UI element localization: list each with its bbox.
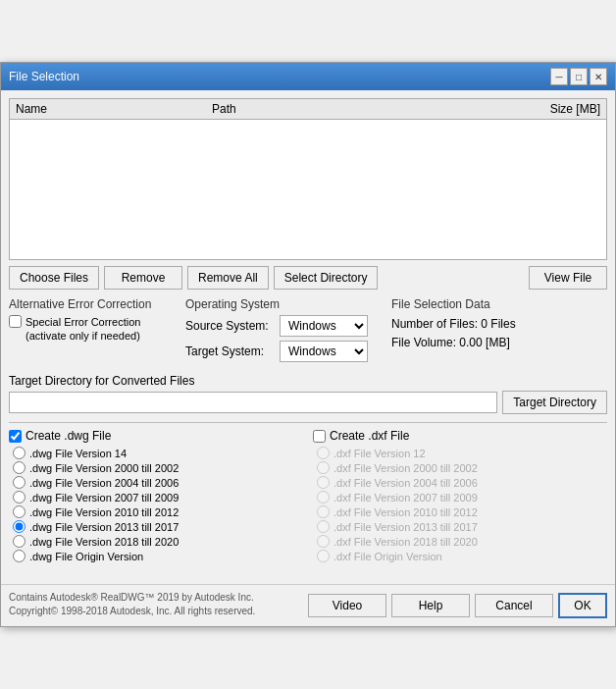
target-directory-button[interactable]: Target Directory bbox=[502, 391, 607, 414]
target-system-row: Target System: Windows Linux Mac bbox=[185, 341, 382, 362]
select-directory-button[interactable]: Select Directory bbox=[274, 266, 379, 290]
dwg-column: Create .dwg File .dwg File Version 14.dw… bbox=[9, 429, 303, 564]
dwg-header-row: Create .dwg File bbox=[9, 429, 303, 443]
dwg-option-row: .dwg File Version 14 bbox=[9, 447, 303, 459]
ok-button[interactable]: OK bbox=[558, 593, 607, 618]
col-size-header: Size [MB] bbox=[522, 102, 600, 116]
dxf-radio-2[interactable] bbox=[317, 476, 330, 489]
close-button[interactable]: ✕ bbox=[590, 68, 607, 85]
dxf-option-label-4: .dxf File Version 2010 till 2012 bbox=[334, 506, 478, 518]
dwg-radio-3[interactable] bbox=[13, 491, 26, 504]
choose-files-button[interactable]: Choose Files bbox=[9, 266, 99, 290]
footer: Contains Autodesk® RealDWG™ 2019 by Auto… bbox=[1, 584, 615, 626]
target-dir-input[interactable] bbox=[9, 392, 497, 413]
dxf-option-label-5: .dxf File Version 2013 till 2017 bbox=[334, 521, 478, 533]
source-system-row: Source System: Windows Linux Mac bbox=[185, 315, 382, 337]
minimize-button[interactable]: ─ bbox=[550, 68, 568, 85]
dxf-option-label-1: .dxf File Version 2000 till 2002 bbox=[334, 462, 478, 474]
dxf-radio-0[interactable] bbox=[317, 447, 330, 459]
window-title: File Selection bbox=[9, 70, 79, 83]
target-system-label: Target System: bbox=[185, 344, 274, 358]
file-data-label: File Selection Data bbox=[391, 297, 607, 311]
dxf-option-label-6: .dxf File Version 2018 till 2020 bbox=[334, 536, 478, 548]
dxf-option-row: .dxf File Version 12 bbox=[313, 447, 607, 459]
video-button[interactable]: Video bbox=[308, 594, 386, 617]
dwg-option-row: .dwg File Origin Version bbox=[9, 550, 303, 562]
file-action-buttons: Choose Files Remove Remove All Select Di… bbox=[9, 266, 607, 290]
source-system-label: Source System: bbox=[185, 319, 274, 333]
dwg-option-row: .dwg File Version 2000 till 2002 bbox=[9, 461, 303, 474]
os-section-label: Operating System bbox=[185, 297, 382, 311]
dwg-radio-4[interactable] bbox=[13, 505, 26, 518]
dxf-option-row: .dxf File Version 2013 till 2017 bbox=[313, 520, 607, 533]
dwg-option-label-5: .dwg File Version 2013 till 2017 bbox=[29, 521, 179, 533]
dwg-radio-0[interactable] bbox=[13, 447, 26, 459]
alt-error-section: Alternative Error Correction Special Err… bbox=[9, 297, 176, 345]
num-files-info: Number of Files: 0 Files bbox=[391, 315, 607, 334]
dwg-option-row: .dwg File Version 2013 till 2017 bbox=[9, 520, 303, 533]
dwg-option-label-2: .dwg File Version 2004 till 2006 bbox=[29, 477, 179, 489]
dwg-option-label-1: .dwg File Version 2000 till 2002 bbox=[29, 462, 179, 474]
cancel-button[interactable]: Cancel bbox=[475, 594, 553, 617]
footer-text: Contains Autodesk® RealDWG™ 2019 by Auto… bbox=[9, 591, 255, 618]
remove-all-button[interactable]: Remove All bbox=[187, 266, 269, 290]
dxf-radio-3[interactable] bbox=[317, 491, 330, 504]
special-error-row: Special Error Correction(activate only i… bbox=[9, 315, 176, 344]
dwg-option-label-0: .dwg File Version 14 bbox=[29, 448, 127, 459]
dwg-option-row: .dwg File Version 2018 till 2020 bbox=[9, 535, 303, 548]
dxf-option-row: .dxf File Origin Version bbox=[313, 550, 607, 562]
special-error-checkbox[interactable] bbox=[9, 315, 22, 328]
dxf-option-row: .dxf File Version 2010 till 2012 bbox=[313, 505, 607, 518]
create-dwg-checkbox[interactable] bbox=[9, 430, 22, 443]
col-path-header: Path bbox=[212, 102, 522, 116]
divider-1 bbox=[9, 422, 607, 423]
dxf-option-row: .dxf File Version 2007 till 2009 bbox=[313, 491, 607, 504]
dwg-option-row: .dwg File Version 2004 till 2006 bbox=[9, 476, 303, 489]
target-dir-label: Target Directory for Converted Files bbox=[9, 374, 607, 388]
help-button[interactable]: Help bbox=[391, 594, 470, 617]
dwg-radio-6[interactable] bbox=[13, 535, 26, 548]
file-version-cols: Create .dwg File .dwg File Version 14.dw… bbox=[9, 429, 607, 564]
dxf-option-label-2: .dxf File Version 2004 till 2006 bbox=[334, 477, 478, 489]
create-dwg-label: Create .dwg File bbox=[26, 429, 111, 443]
os-section: Operating System Source System: Windows … bbox=[185, 297, 382, 366]
dwg-option-label-7: .dwg File Origin Version bbox=[29, 551, 143, 562]
dxf-header-row: Create .dxf File bbox=[313, 429, 607, 443]
maximize-button[interactable]: □ bbox=[570, 68, 588, 85]
dxf-option-row: .dxf File Version 2018 till 2020 bbox=[313, 535, 607, 548]
special-error-label: Special Error Correction(activate only i… bbox=[26, 315, 140, 344]
dxf-radio-4[interactable] bbox=[317, 505, 330, 518]
dxf-radio-5[interactable] bbox=[317, 520, 330, 533]
create-dxf-checkbox[interactable] bbox=[313, 430, 326, 443]
dxf-option-label-3: .dxf File Version 2007 till 2009 bbox=[334, 492, 478, 504]
source-system-select[interactable]: Windows Linux Mac bbox=[280, 315, 368, 337]
window-controls: ─ □ ✕ bbox=[550, 68, 607, 85]
create-dxf-label: Create .dxf File bbox=[330, 429, 409, 443]
dwg-radio-2[interactable] bbox=[13, 476, 26, 489]
file-list-header: Name Path Size [MB] bbox=[10, 99, 606, 120]
dwg-options: .dwg File Version 14.dwg File Version 20… bbox=[9, 447, 303, 562]
dxf-column: Create .dxf File .dxf File Version 12.dx… bbox=[313, 429, 607, 564]
remove-button[interactable]: Remove bbox=[104, 266, 182, 290]
dxf-option-row: .dxf File Version 2004 till 2006 bbox=[313, 476, 607, 489]
dxf-options: .dxf File Version 12.dxf File Version 20… bbox=[313, 447, 607, 562]
dxf-option-label-0: .dxf File Version 12 bbox=[334, 448, 426, 459]
target-system-select[interactable]: Windows Linux Mac bbox=[280, 341, 368, 362]
target-dir-row: Target Directory bbox=[9, 391, 607, 414]
dxf-radio-6[interactable] bbox=[317, 535, 330, 548]
dwg-radio-1[interactable] bbox=[13, 461, 26, 474]
file-list-body bbox=[10, 120, 606, 252]
dxf-radio-1[interactable] bbox=[317, 461, 330, 474]
view-file-button[interactable]: View File bbox=[529, 266, 607, 290]
file-volume-info: File Volume: 0.00 [MB] bbox=[391, 334, 607, 352]
dwg-option-row: .dwg File Version 2010 till 2012 bbox=[9, 505, 303, 518]
footer-line2: Copyright© 1998-2018 Autodesk, Inc. All … bbox=[9, 605, 255, 618]
dwg-option-row: .dwg File Version 2007 till 2009 bbox=[9, 491, 303, 504]
dwg-option-label-6: .dwg File Version 2018 till 2020 bbox=[29, 536, 179, 548]
main-window: File Selection ─ □ ✕ Name Path Size [MB]… bbox=[0, 62, 616, 627]
dxf-radio-7[interactable] bbox=[317, 550, 330, 562]
alt-error-label: Alternative Error Correction bbox=[9, 297, 176, 311]
dwg-radio-5[interactable] bbox=[13, 520, 26, 533]
dwg-option-label-4: .dwg File Version 2010 till 2012 bbox=[29, 506, 179, 518]
dwg-radio-7[interactable] bbox=[13, 550, 26, 562]
